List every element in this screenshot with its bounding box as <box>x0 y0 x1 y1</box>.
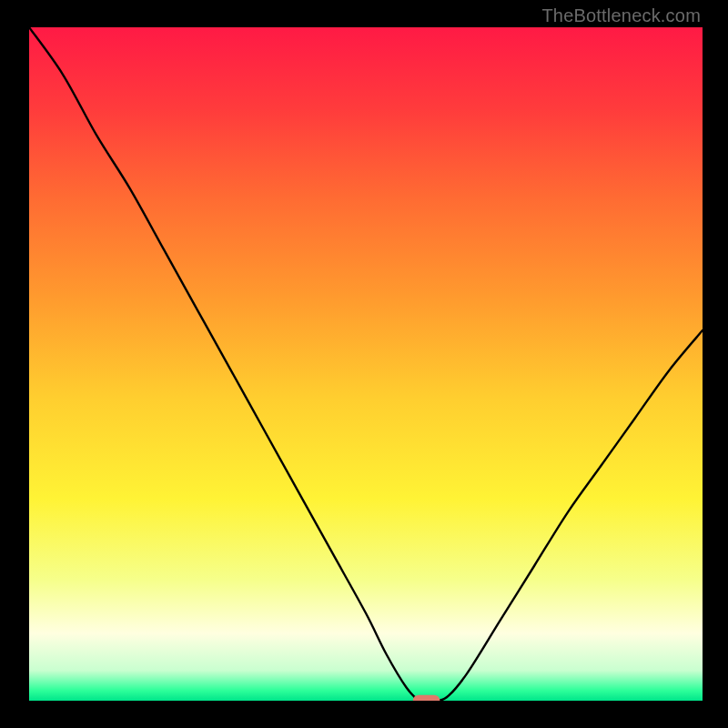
chart-svg <box>29 27 703 701</box>
watermark-text: TheBottleneck.com <box>541 5 701 26</box>
optimal-marker <box>413 695 440 701</box>
plot-area <box>29 27 703 701</box>
chart-frame: TheBottleneck.com <box>0 0 728 728</box>
gradient-background <box>29 27 703 701</box>
